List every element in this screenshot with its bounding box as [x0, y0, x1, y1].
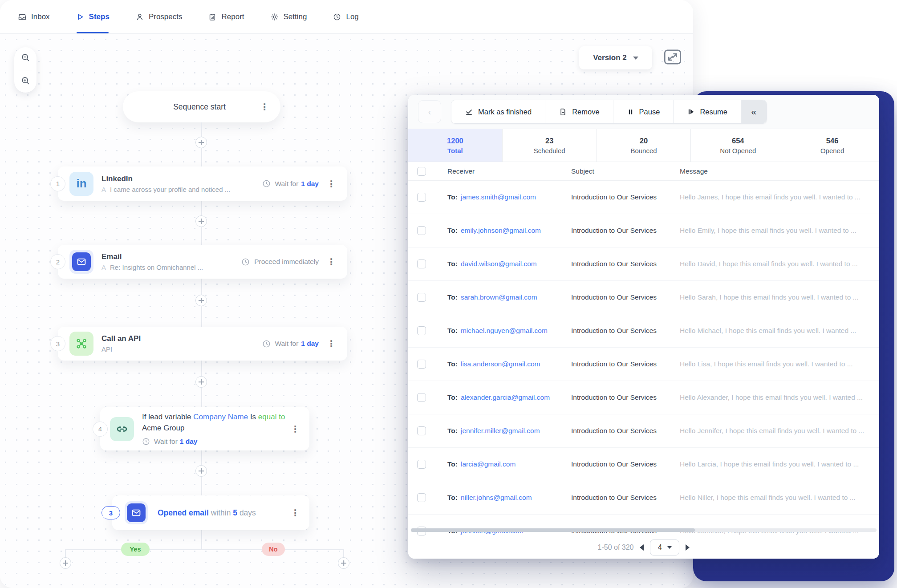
- add-step-button[interactable]: [195, 215, 207, 227]
- stat-tab-total[interactable]: 1200 Total: [408, 129, 503, 162]
- table-row[interactable]: To:alexander.garcia@gmail.com Introducti…: [408, 381, 879, 414]
- select-all-checkbox[interactable]: [417, 167, 426, 176]
- version-label: Version 2: [593, 53, 627, 62]
- step-card-condition[interactable]: 4 If lead variable Company Name Is equal…: [100, 407, 309, 450]
- more-menu-icon[interactable]: ⋮: [287, 425, 309, 434]
- zoom-out-button[interactable]: [15, 49, 36, 68]
- row-checkbox[interactable]: [417, 493, 426, 502]
- row-checkbox[interactable]: [417, 226, 426, 235]
- wait-value[interactable]: 1 day: [301, 340, 319, 348]
- next-page-icon[interactable]: [686, 544, 690, 551]
- horizontal-scrollbar[interactable]: [411, 528, 877, 532]
- subject-cell: Introduction to Our Services: [571, 193, 680, 201]
- row-checkbox[interactable]: [417, 460, 426, 469]
- connector-line: [201, 530, 202, 549]
- receiver-email-link[interactable]: lisa.anderson@gmail.com: [461, 360, 540, 368]
- receiver-email-link[interactable]: emily.johnson@gmail.com: [461, 227, 541, 234]
- table-row[interactable]: To:david.wilson@gmail.com Introduction t…: [408, 247, 879, 281]
- table-row[interactable]: To:johnson@gmail.com Introduction to Our…: [408, 515, 879, 536]
- to-label: To:: [447, 494, 458, 501]
- more-menu-icon[interactable]: ⋮: [323, 339, 345, 348]
- subject-cell: Introduction to Our Services: [571, 360, 680, 368]
- page-select[interactable]: 4: [650, 539, 679, 556]
- collapse-panel-button[interactable]: «: [741, 100, 767, 123]
- step-card-api[interactable]: 3 Call an API API Wait for 1 day ⋮: [58, 327, 347, 361]
- more-menu-icon[interactable]: ⋮: [260, 102, 280, 111]
- row-checkbox[interactable]: [417, 360, 426, 369]
- step-subtitle: API: [101, 345, 141, 353]
- previous-page-icon[interactable]: [640, 544, 644, 551]
- stat-tab-opened[interactable]: 546 Opened: [785, 129, 879, 162]
- clock-icon: [241, 258, 250, 266]
- more-menu-icon[interactable]: ⋮: [323, 179, 345, 188]
- stat-tab-scheduled[interactable]: 23 Scheduled: [503, 129, 597, 162]
- receiver-email-link[interactable]: alexander.garcia@gmail.com: [461, 393, 550, 401]
- clock-icon: [262, 340, 271, 348]
- add-step-button-yes-branch[interactable]: [60, 557, 71, 569]
- table-row[interactable]: To:lisa.anderson@gmail.com Introduction …: [408, 348, 879, 381]
- trigger-action[interactable]: Opened email: [158, 508, 209, 517]
- pause-button[interactable]: Pause: [613, 100, 674, 123]
- receiver-email-link[interactable]: james.smith@gmail.com: [461, 193, 536, 201]
- row-checkbox[interactable]: [417, 260, 426, 268]
- receiver-email-link[interactable]: michael.nguyen@gmail.com: [461, 327, 548, 334]
- table-row[interactable]: To:james.smith@gmail.com Introduction to…: [408, 181, 879, 214]
- table-row[interactable]: To:larcia@gmail.com Introduction to Our …: [408, 448, 879, 481]
- more-menu-icon[interactable]: ⋮: [287, 508, 309, 517]
- nav-tab-log[interactable]: Log: [333, 0, 358, 33]
- trigger-suffix: days: [239, 508, 256, 517]
- zoom-in-button[interactable]: [15, 72, 36, 91]
- receiver-email-link[interactable]: jennifer.miller@gmail.com: [461, 427, 540, 434]
- nav-tab-prospects[interactable]: Prospects: [135, 0, 183, 33]
- step-card-email[interactable]: 2 Email ARe: Insights on Omnichannel ...…: [58, 245, 347, 279]
- row-checkbox[interactable]: [417, 293, 426, 302]
- step-texts: LinkedIn AI came across your profile and…: [101, 174, 230, 193]
- button-label: Resume: [700, 108, 727, 116]
- step-card-linkedin[interactable]: 1 in LinkedIn AI came across your profil…: [58, 166, 347, 201]
- receiver-email-link[interactable]: david.wilson@gmail.com: [461, 260, 537, 268]
- table-row[interactable]: To:sarah.brown@gmail.com Introduction to…: [408, 281, 879, 314]
- condition-prefix: If lead variable: [142, 413, 191, 421]
- add-step-button[interactable]: [195, 295, 207, 306]
- fullscreen-button[interactable]: [662, 49, 684, 67]
- table-row[interactable]: To:niller.johns@gmail.com Introduction t…: [408, 481, 879, 515]
- more-menu-icon[interactable]: ⋮: [323, 257, 345, 266]
- step-card-opened-email[interactable]: 3 Opened email within 5 days ⋮: [112, 495, 309, 530]
- scrollbar-thumb[interactable]: [411, 528, 695, 532]
- add-step-button[interactable]: [195, 376, 207, 388]
- receiver-cell: To:michael.nguyen@gmail.com: [447, 327, 571, 335]
- add-step-button[interactable]: [195, 137, 207, 148]
- add-step-button-no-branch[interactable]: [338, 557, 349, 569]
- row-checkbox[interactable]: [417, 426, 426, 435]
- trigger-text: Opened email within 5 days: [158, 508, 256, 518]
- wait-value[interactable]: 1 day: [180, 436, 198, 446]
- mark-as-finished-button[interactable]: Mark as finished: [451, 100, 545, 123]
- row-checkbox[interactable]: [417, 326, 426, 335]
- nav-tab-report[interactable]: Report: [208, 0, 244, 33]
- sequence-start-node[interactable]: Sequence start ⋮: [123, 91, 280, 122]
- nav-tab-inbox[interactable]: Inbox: [18, 0, 50, 33]
- stat-tab-bounced[interactable]: 20 Bounced: [597, 129, 691, 162]
- add-step-button[interactable]: [195, 465, 207, 477]
- remove-button[interactable]: Remove: [545, 100, 613, 123]
- table-row[interactable]: To:jennifer.miller@gmail.com Introductio…: [408, 414, 879, 448]
- panel-drag-handle[interactable]: ‹: [418, 100, 441, 123]
- receiver-email-link[interactable]: larcia@gmail.com: [461, 460, 515, 468]
- current-page: 4: [658, 543, 662, 552]
- wait-value[interactable]: 1 day: [301, 180, 319, 188]
- receiver-email-link[interactable]: niller.johns@gmail.com: [461, 494, 532, 501]
- stat-tab-not-opened[interactable]: 654 Not Opened: [691, 129, 785, 162]
- trigger-value[interactable]: 5: [233, 508, 237, 517]
- nav-tab-steps[interactable]: Steps: [76, 0, 110, 33]
- version-dropdown[interactable]: Version 2: [579, 46, 652, 69]
- table-row[interactable]: To:emily.johnson@gmail.com Introduction …: [408, 214, 879, 247]
- resume-button[interactable]: Resume: [673, 100, 740, 123]
- condition-variable[interactable]: Company Name: [193, 413, 248, 421]
- row-checkbox[interactable]: [417, 393, 426, 402]
- receiver-email-link[interactable]: sarah.brown@gmail.com: [461, 293, 537, 301]
- check-finished-icon: [465, 108, 473, 116]
- to-label: To:: [447, 360, 458, 368]
- row-checkbox[interactable]: [417, 193, 426, 202]
- nav-tab-setting[interactable]: Setting: [270, 0, 307, 33]
- table-row[interactable]: To:michael.nguyen@gmail.com Introduction…: [408, 314, 879, 348]
